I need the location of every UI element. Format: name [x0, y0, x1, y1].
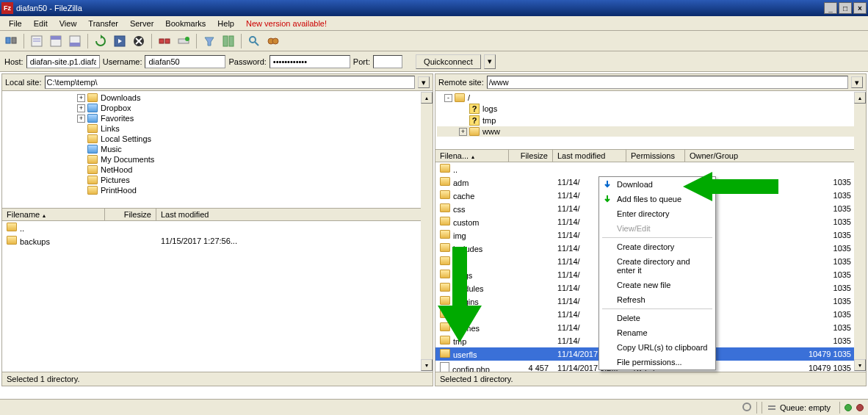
menu-new-version[interactable]: New version available! — [240, 18, 333, 29]
expander-icon[interactable]: - — [444, 94, 452, 102]
folder-icon — [87, 165, 98, 174]
menu-view[interactable]: View — [54, 18, 83, 29]
context-menu-item[interactable]: File permissions... — [599, 355, 715, 369]
col-owner[interactable]: Owner/Group — [685, 150, 866, 162]
expander-icon[interactable]: + — [77, 104, 85, 112]
toggle-log-icon[interactable] — [29, 33, 45, 49]
tree-item[interactable]: Local Settings — [4, 134, 431, 144]
menu-item-label: Rename — [617, 328, 648, 337]
col-modified[interactable]: Last modified — [553, 150, 626, 162]
process-queue-icon[interactable] — [112, 33, 128, 49]
tree-item[interactable]: +Favorites — [4, 113, 431, 123]
port-label: Port: — [353, 57, 370, 66]
svg-rect-24 — [768, 405, 775, 407]
expander-icon[interactable]: + — [77, 94, 85, 102]
col-modified[interactable]: Last modified — [156, 209, 433, 220]
expander-icon[interactable]: + — [459, 128, 467, 136]
tree-item[interactable]: +www — [437, 126, 864, 137]
tree-item[interactable]: +Downloads — [4, 93, 431, 103]
tree-label: My Documents — [101, 155, 154, 164]
tree-item[interactable]: Links — [4, 123, 431, 134]
menu-file[interactable]: File — [3, 18, 28, 29]
folder-icon — [440, 177, 450, 186]
tree-item[interactable]: ?tmp — [437, 115, 864, 126]
binoculars-icon[interactable] — [265, 33, 281, 49]
local-file-list[interactable]: ..backups11/15/2017 1:27:56... — [2, 221, 433, 372]
app-icon: Fz — [1, 2, 13, 14]
context-menu-item[interactable]: Copy URL(s) to clipboard — [599, 340, 715, 355]
cancel-icon[interactable] — [131, 33, 147, 49]
remote-site-dropdown[interactable]: ▾ — [851, 76, 863, 88]
list-item[interactable]: .. — [435, 162, 866, 176]
scroll-down-icon[interactable]: ▾ — [421, 359, 433, 371]
host-input[interactable] — [26, 55, 100, 68]
list-item[interactable]: .. — [2, 221, 433, 234]
site-manager-icon[interactable] — [3, 33, 19, 49]
menu-transfer[interactable]: Transfer — [82, 18, 124, 29]
col-filesize[interactable]: Filesize — [509, 150, 553, 162]
scroll-up-icon[interactable]: ▴ — [421, 92, 433, 104]
context-menu: DownloadAdd files to queueEnter director… — [598, 176, 716, 370]
scroll-up-icon[interactable]: ▴ — [854, 92, 866, 104]
col-filename[interactable]: Filena... — [435, 150, 509, 162]
toggle-queue-icon[interactable] — [67, 33, 83, 49]
expander-icon[interactable]: + — [77, 115, 85, 123]
col-permissions[interactable]: Permissions — [626, 150, 685, 162]
list-item[interactable]: backups11/15/2017 1:27:56... — [2, 234, 433, 248]
svg-rect-17 — [223, 36, 228, 46]
search-icon[interactable] — [246, 33, 262, 49]
queue-icon[interactable] — [767, 402, 777, 414]
menu-item-label: Copy URL(s) to clipboard — [617, 343, 708, 352]
maximize-button[interactable]: □ — [839, 2, 852, 14]
tree-item[interactable]: PrintHood — [4, 185, 431, 195]
unknown-icon: ? — [469, 115, 480, 126]
menu-server[interactable]: Server — [124, 18, 159, 29]
context-menu-item[interactable]: Enter directory — [599, 206, 715, 221]
tree-item[interactable]: Pictures — [4, 175, 431, 185]
minimize-button[interactable]: _ — [824, 2, 837, 14]
tree-item[interactable]: NetHood — [4, 165, 431, 175]
context-menu-item[interactable]: Create directory and enter it — [599, 254, 715, 278]
col-filename[interactable]: Filename — [2, 209, 105, 220]
toggle-tree-icon[interactable] — [48, 33, 64, 49]
port-input[interactable] — [373, 55, 402, 68]
separator — [87, 34, 88, 48]
refresh-icon[interactable] — [93, 33, 109, 49]
filter-icon[interactable] — [201, 33, 217, 49]
menu-edit[interactable]: Edit — [28, 18, 54, 29]
scrollbar[interactable]: ▴ ▾ — [854, 92, 866, 371]
remote-tree[interactable]: -/?logs?tmp+www — [435, 91, 866, 150]
local-tree[interactable]: +Downloads+Dropbox+FavoritesLinksLocal S… — [2, 91, 433, 209]
folder-icon — [87, 134, 98, 143]
tree-item[interactable]: -/ — [437, 93, 864, 103]
tree-item[interactable]: +Dropbox — [4, 103, 431, 113]
col-filesize[interactable]: Filesize — [105, 209, 156, 220]
context-menu-item[interactable]: Rename — [599, 325, 715, 340]
scrollbar[interactable]: ▴ ▾ — [421, 92, 433, 371]
tree-item[interactable]: My Documents — [4, 154, 431, 165]
folder-icon — [87, 124, 98, 133]
context-menu-item[interactable]: Create new file — [599, 278, 715, 292]
scroll-down-icon[interactable]: ▾ — [854, 359, 866, 371]
remote-site-input[interactable] — [487, 76, 848, 89]
local-site-input[interactable] — [45, 76, 415, 89]
quickconnect-dropdown[interactable]: ▾ — [484, 54, 496, 69]
context-menu-item[interactable]: Refresh — [599, 292, 715, 307]
tree-item[interactable]: Music — [4, 144, 431, 154]
context-menu-item[interactable]: Create directory — [599, 239, 715, 254]
menu-help[interactable]: Help — [211, 18, 240, 29]
menu-item-label: File permissions... — [617, 358, 682, 367]
local-site-dropdown[interactable]: ▾ — [418, 76, 430, 88]
compare-icon[interactable] — [220, 33, 236, 49]
username-input[interactable] — [145, 55, 225, 68]
close-button[interactable]: × — [853, 2, 867, 14]
menu-bookmarks[interactable]: Bookmarks — [159, 18, 211, 29]
svg-rect-8 — [70, 43, 80, 46]
disconnect-icon[interactable] — [156, 33, 173, 49]
reconnect-icon[interactable] — [176, 33, 192, 49]
password-input[interactable] — [270, 55, 350, 68]
quickconnect-button[interactable]: Quickconnect — [416, 54, 481, 69]
settings-icon[interactable] — [742, 402, 752, 414]
context-menu-item[interactable]: Delete — [599, 311, 715, 325]
tree-item[interactable]: ?logs — [437, 103, 864, 115]
